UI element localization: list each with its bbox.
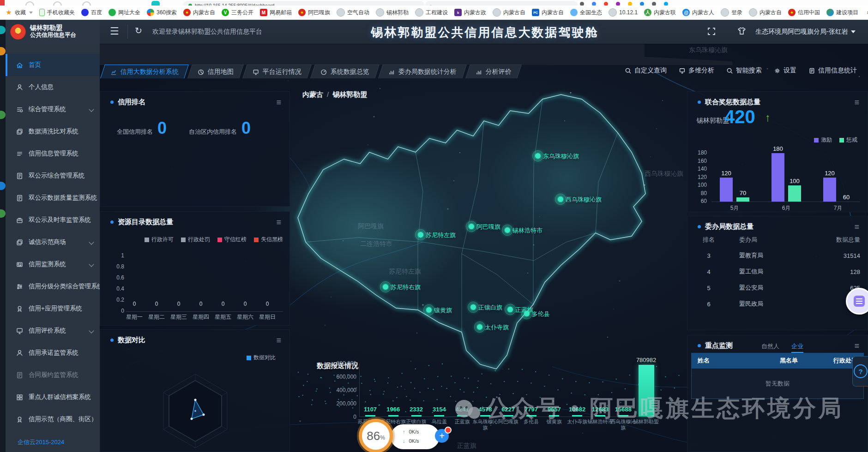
bookmark-item[interactable]: 锡林郭勒 xyxy=(373,7,412,18)
monitor-tab[interactable]: 企业 xyxy=(791,342,803,353)
download-progress-button[interactable]: 86 % xyxy=(359,419,393,452)
sidebar-collapse-icon[interactable]: ☰ xyxy=(110,25,119,37)
refresh-icon[interactable] xyxy=(82,1,91,6)
extension-icon[interactable] xyxy=(616,2,620,6)
map-marker[interactable]: 正蓝旗 xyxy=(507,307,513,312)
extension-icon[interactable] xyxy=(580,2,584,6)
panel-menu-icon[interactable]: ≡ xyxy=(854,98,859,107)
tab[interactable]: 信用大数据分析系统 xyxy=(100,65,189,78)
extension-icon[interactable] xyxy=(652,2,656,6)
bookmark-item[interactable]: 内蒙古自 xyxy=(489,7,529,18)
panel-menu-icon[interactable]: ≡ xyxy=(854,223,859,231)
bookmark-item[interactable]: 360搜索 xyxy=(144,7,180,18)
bookmark-item[interactable]: 百度 xyxy=(78,7,105,18)
sidebar-item[interactable]: 信用监测系统 xyxy=(6,253,100,275)
map-marker[interactable]: 多伦县 xyxy=(524,311,530,316)
bookmark-item[interactable]: » xyxy=(862,7,868,18)
bookmark-item[interactable]: ★阿巴嘎旗 xyxy=(295,7,333,18)
bookmark-item[interactable]: V三务公开 xyxy=(218,7,257,18)
network-speed-widget[interactable]: ↑0K/s ↓0K/s xyxy=(391,424,440,449)
tab[interactable]: 系统数据总览 xyxy=(310,65,380,78)
tab[interactable]: 委办局数据统计分析 xyxy=(378,65,467,78)
sidebar-item[interactable]: 双公示数据质量监测系统 xyxy=(6,187,100,209)
ai-extension-icon[interactable] xyxy=(151,1,160,6)
sidebar-item[interactable]: 首页 xyxy=(6,54,100,76)
map-marker[interactable]: 东乌珠穆沁旗 xyxy=(535,153,541,159)
sidebar-item[interactable]: 诚信示范商场 xyxy=(6,231,100,253)
sidebar-item[interactable]: 双公示综合管理系统 xyxy=(6,165,100,187)
bookmark-item[interactable]: 空气自动 xyxy=(333,7,373,18)
x-axis-label: 星期日 xyxy=(256,313,278,321)
sidebar-item[interactable]: 双公示及时率监管系统 xyxy=(6,209,100,231)
bookmark-item[interactable]: 建设项目 xyxy=(823,7,862,18)
extension-icon[interactable] xyxy=(664,2,668,6)
refresh-page-icon[interactable]: ↻ xyxy=(135,25,142,36)
bookmark-item[interactable]: ★收藏 xyxy=(2,7,36,18)
bookmark-item[interactable]: b内蒙古政 xyxy=(451,7,489,18)
sidebar-item[interactable]: 信用+应用管理系统 xyxy=(6,297,100,320)
table-row[interactable]: 3盟教育局31514 xyxy=(695,251,860,260)
extension-icon[interactable] xyxy=(640,2,644,6)
map-marker[interactable]: 镶黄旗 xyxy=(426,307,432,313)
breadcrumb-league[interactable]: 锡林郭勒盟 xyxy=(332,90,367,99)
tab[interactable]: 平台运行情况 xyxy=(242,65,312,78)
bookmark-item[interactable]: ★信用中国 xyxy=(785,7,823,18)
bookmark-item[interactable]: 登录 xyxy=(717,7,746,18)
tab[interactable]: 信用地图 xyxy=(187,65,244,78)
sidebar-item[interactable]: 合同履约监管系统 xyxy=(6,364,100,386)
panel-menu-icon[interactable]: ≡ xyxy=(276,218,281,226)
bookmark-item[interactable]: 10.12.1 xyxy=(605,7,641,18)
bookmark-item[interactable]: M网易邮箱 xyxy=(257,7,295,18)
action-item[interactable]: 智能搜索 xyxy=(726,66,762,75)
address-bar[interactable]: http://10.165.14.255:8005/#/dashboard xyxy=(183,1,425,6)
table-row[interactable]: 6盟民政局846 xyxy=(695,300,860,308)
bookmark-item[interactable]: 网址大全 xyxy=(105,7,144,18)
panel-menu-icon[interactable]: ≡ xyxy=(276,98,281,107)
bookmark-item[interactable]: 人内蒙古联 xyxy=(641,7,679,18)
help-button[interactable]: ? xyxy=(852,356,868,387)
bookmark-item[interactable]: PC内蒙古自 xyxy=(529,7,567,18)
back-icon[interactable] xyxy=(25,1,34,6)
table-row[interactable]: 4盟工信局128 xyxy=(695,268,860,276)
sidebar-item[interactable]: 综合管理系统 xyxy=(6,98,100,120)
bookmark-item[interactable]: @内蒙古人 xyxy=(679,7,717,18)
bookmark-item[interactable]: 内蒙古自 xyxy=(746,7,785,18)
monitor-tab[interactable]: 自然人 xyxy=(761,342,779,353)
sidebar-item[interactable]: 重点人群诚信档案系统 xyxy=(6,386,100,408)
sidebar-item[interactable]: 信用示范（商圈、街区） xyxy=(6,408,100,430)
breadcrumb-province[interactable]: 内蒙古 xyxy=(302,90,323,99)
bookmark-item[interactable]: 手机收藏夹 xyxy=(36,7,78,18)
map-marker[interactable]: 西乌珠穆沁旗 xyxy=(558,196,563,202)
sidebar-item[interactable]: 信用评价系统 xyxy=(6,320,100,342)
action-item[interactable]: 信用信息统计 xyxy=(808,66,857,75)
map-marker[interactable]: 正镶白旗 xyxy=(470,304,476,310)
extension-icon[interactable] xyxy=(604,2,608,6)
action-item[interactable]: 设置 xyxy=(774,66,796,75)
action-item[interactable]: 自定义查询 xyxy=(625,66,667,75)
map-marker[interactable]: 阿巴嘎旗 xyxy=(469,224,474,229)
sidebar-item[interactable]: 个人信息 xyxy=(6,76,100,98)
map-marker[interactable]: 苏尼特左旗 xyxy=(418,232,423,238)
map-marker[interactable]: 太仆寺旗 xyxy=(477,324,482,330)
map-marker[interactable]: 锡林浩特市 xyxy=(505,227,510,233)
bar-value: 780982 xyxy=(630,357,663,363)
bookmark-item[interactable]: 工程建设 xyxy=(412,7,451,18)
extension-icon[interactable] xyxy=(592,2,596,6)
action-item[interactable]: 多维分析 xyxy=(679,66,714,75)
map-marker[interactable]: 苏尼特右旗 xyxy=(383,284,388,290)
sidebar-item[interactable]: 信用分级分类综合管理系统 xyxy=(6,275,100,297)
table-row[interactable]: 5盟公安局625 xyxy=(695,284,860,292)
fullscreen-icon[interactable] xyxy=(707,27,716,36)
theme-skin-icon[interactable] xyxy=(737,27,746,36)
user-menu[interactable]: 生态环境局阿巴嘎旗分局-张红岩 xyxy=(755,28,856,36)
tab[interactable]: 分析评价 xyxy=(465,65,522,78)
bookmark-item[interactable]: ★内蒙古自 xyxy=(180,7,218,18)
extension-icon[interactable] xyxy=(628,2,632,6)
sidebar-item[interactable]: 数据清洗比对系统 xyxy=(6,120,100,143)
bookmark-item[interactable]: 全国生态 xyxy=(567,7,605,18)
sidebar-item[interactable]: 信用信息管理系统 xyxy=(6,143,100,165)
forward-icon[interactable] xyxy=(53,1,62,6)
browser-search-box[interactable]: ⌕ xyxy=(425,1,578,6)
sidebar-item[interactable]: 信用承诺监管系统 xyxy=(6,342,100,364)
panel-menu-icon[interactable]: ≡ xyxy=(854,342,859,350)
